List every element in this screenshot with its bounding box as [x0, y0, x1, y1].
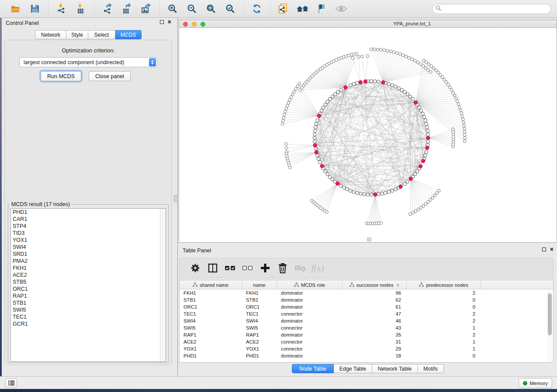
tab-network[interactable]: Network	[35, 30, 66, 39]
float-table-panel-icon[interactable]	[542, 248, 546, 251]
node-table[interactable]: shared namenameMCDS rolesuccessor nodes∨…	[179, 280, 554, 363]
toolbar-separator	[94, 2, 94, 15]
cell-predecessor-nodes: 2	[407, 331, 481, 338]
optimization-criterion-dropdown[interactable]: largest connected component (undirected)	[19, 57, 157, 67]
zoom-in-icon[interactable]	[166, 2, 179, 15]
new-network-from-selection-icon[interactable]	[277, 2, 290, 15]
network-canvas[interactable]	[179, 28, 557, 242]
table-row[interactable]: ORC1ORC1dominator610	[180, 303, 553, 310]
mcds-result-item[interactable]: YOX1	[11, 237, 166, 244]
tab-select[interactable]: Select	[88, 30, 115, 39]
column-header-name[interactable]: name	[242, 280, 277, 289]
column-header-predecessor-nodes[interactable]: predecessor nodes	[407, 280, 481, 289]
network-window-titlebar[interactable]: YPA_prune.txt_1	[179, 20, 557, 28]
mcds-result-item[interactable]: SRD1	[11, 251, 166, 258]
cell-successor-nodes: 47	[343, 310, 407, 317]
column-header-shared-name[interactable]: shared name	[180, 280, 242, 289]
tab-edge-table[interactable]: Edge Table	[334, 364, 372, 373]
table-row[interactable]: TEC1TEC1connector472	[180, 310, 553, 317]
first-neighbors-icon[interactable]	[296, 2, 309, 15]
mcds-result-item[interactable]: SWI4	[11, 244, 166, 251]
search-input[interactable]	[444, 5, 550, 13]
column-header-MCDS-role[interactable]: MCDS role	[277, 280, 343, 289]
tab-node-table[interactable]: Node Table	[292, 364, 334, 373]
export-network-icon[interactable]	[101, 2, 114, 15]
mcds-result-item[interactable]: FKH1	[11, 265, 166, 272]
table-row[interactable]: ACE2ACE2connector311	[180, 338, 553, 345]
mcds-result-item[interactable]: ORC1	[11, 285, 166, 292]
add-column-icon[interactable]	[259, 262, 271, 274]
deselect-all-icon[interactable]	[242, 262, 254, 274]
delete-column-icon[interactable]	[277, 262, 289, 274]
mcds-result-item[interactable]: GCR1	[11, 320, 166, 327]
mcds-result-item[interactable]: STP4	[11, 223, 166, 230]
mcds-result-item[interactable]: PMA2	[11, 258, 166, 265]
splitter-grip[interactable]	[174, 195, 178, 202]
table-panel-tabs: Node TableEdge TableNetwork TableMotifs	[292, 364, 444, 373]
table-row[interactable]: SWI5SWI5connector431	[180, 324, 553, 331]
table-scrollbar-thumb[interactable]	[548, 293, 552, 335]
table-row[interactable]: FKH1FKH1dominator962	[180, 289, 553, 296]
import-network-icon[interactable]	[55, 2, 68, 15]
tab-style[interactable]: Style	[66, 30, 88, 39]
table-row[interactable]: STB1STB1dominator620	[180, 296, 553, 303]
zoom-selected-icon[interactable]	[224, 2, 237, 15]
mcds-result-item[interactable]: ACE2	[11, 272, 166, 279]
mcds-result-title: MCDS result (17 nodes)	[10, 201, 71, 207]
mcds-result-item[interactable]: TEC1	[11, 313, 166, 320]
mcds-list-scrollbar[interactable]	[160, 209, 166, 361]
zoom-fit-icon[interactable]	[204, 2, 218, 15]
close-panel-icon[interactable]: ×	[168, 20, 171, 24]
tab-motifs[interactable]: Motifs	[418, 364, 444, 373]
run-mcds-button[interactable]: Run MCDS	[41, 71, 81, 81]
float-panel-icon[interactable]	[160, 20, 164, 24]
close-table-panel-icon[interactable]: ×	[550, 247, 554, 251]
gear-icon[interactable]	[189, 262, 201, 274]
cell-MCDS-role: dominator	[277, 289, 343, 296]
cell-successor-nodes: 96	[343, 289, 407, 296]
function-builder-icon[interactable]: f(x)	[311, 262, 324, 274]
hide-panel-icon[interactable]	[315, 2, 329, 15]
table-scrollbar[interactable]	[547, 291, 552, 362]
open-folder-icon[interactable]	[9, 2, 22, 15]
close-panel-button[interactable]: Close panel	[89, 71, 131, 81]
table-row[interactable]: YOX1YOX1connector291	[180, 345, 553, 352]
task-history-button[interactable]	[5, 378, 17, 388]
mcds-result-item[interactable]: RAP1	[11, 292, 166, 299]
mcds-result-item[interactable]: TID3	[11, 230, 166, 237]
columns-icon[interactable]	[207, 262, 219, 274]
control-panel-title: Control Panel	[6, 20, 39, 26]
mcds-result-item[interactable]: SWI5	[11, 306, 166, 313]
import-table-icon[interactable]	[74, 2, 87, 15]
cell-name: SWI4	[242, 317, 277, 324]
memory-button[interactable]: Memory	[519, 378, 552, 388]
cell-predecessor-nodes: 2	[407, 317, 481, 324]
save-icon[interactable]	[28, 2, 42, 15]
refresh-layout-icon[interactable]	[250, 2, 263, 15]
tab-mcds[interactable]: MCDS	[115, 30, 142, 39]
mcds-result-item[interactable]: PHD1	[11, 209, 166, 216]
table-row[interactable]: PHD1PHD1dominator180	[180, 352, 553, 359]
show-hide-eye-icon[interactable]	[335, 2, 348, 15]
table-row[interactable]: SWI4SWI4dominator462	[180, 317, 553, 324]
select-all-icon[interactable]	[224, 262, 236, 274]
mcds-result-list[interactable]: PHD1CAR1STP4TID3YOX1SWI4SRD1PMA2FKH1ACE2…	[10, 208, 166, 362]
zoom-window-traffic-light[interactable]	[201, 22, 205, 27]
table-row[interactable]: RAP1RAP1dominator352	[180, 331, 553, 338]
export-image-icon[interactable]	[139, 2, 152, 15]
mcds-result-item[interactable]: CAR1	[11, 216, 166, 223]
mcds-result-item[interactable]: STB5	[11, 279, 166, 285]
column-header-successor-nodes[interactable]: successor nodes∨	[343, 280, 407, 289]
export-table-icon[interactable]	[120, 2, 133, 15]
zoom-out-icon[interactable]	[185, 2, 198, 15]
delete-table-icon[interactable]	[294, 262, 306, 274]
toolbar-separator	[270, 2, 270, 15]
close-window-traffic-light[interactable]	[183, 22, 188, 27]
tab-network-table[interactable]: Network Table	[372, 364, 418, 373]
cell-name: FKH1	[242, 289, 277, 296]
search-box[interactable]	[432, 4, 551, 14]
network-window-grip[interactable]	[367, 237, 371, 241]
minimize-window-traffic-light[interactable]	[192, 22, 197, 27]
mcds-result-item[interactable]: STB1	[11, 299, 166, 306]
application-window: Control Panel × NetworkStyleSelectMCDS O…	[0, 0, 557, 392]
